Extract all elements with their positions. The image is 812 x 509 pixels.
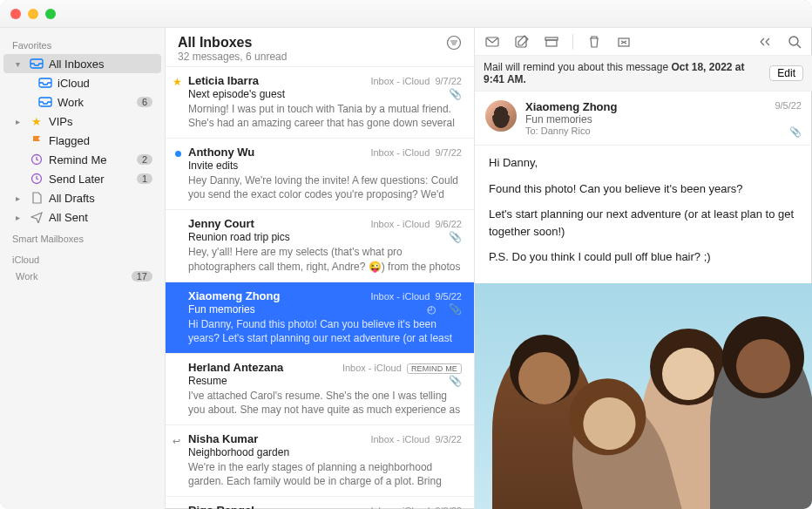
svg-rect-9 — [546, 40, 557, 46]
message-row-selected[interactable]: Xiaomeng Zhong Inbox - iCloud 9/5/22 Fun… — [166, 282, 474, 354]
sidebar-item-label: All Inboxes — [49, 58, 152, 71]
message-subject: Next episode's guest — [188, 88, 285, 100]
message-subject: Fun memories — [188, 303, 255, 316]
remind-me-badge: REMIND ME — [407, 363, 462, 374]
envelope-icon[interactable] — [484, 33, 501, 51]
message-sender: Xiaomeng Zhong — [188, 289, 280, 302]
count-badge: 1 — [137, 173, 152, 184]
archive-icon[interactable] — [543, 33, 560, 51]
sidebar-item-label: All Drafts — [49, 192, 152, 205]
clock-icon — [30, 172, 44, 186]
zoom-window-button[interactable] — [45, 9, 56, 19]
body-paragraph: Found this photo! Can you believe it's b… — [489, 180, 798, 198]
message-preview: Hi Danny, Found this photo! Can you beli… — [188, 317, 462, 344]
sidebar-item-label: Work — [58, 96, 132, 109]
sidebar-section-smart: Smart Mailboxes — [0, 227, 165, 248]
sidebar-item-flagged[interactable]: Flagged — [3, 131, 161, 150]
flag-icon — [30, 133, 44, 147]
message-sender: Jenny Court — [188, 217, 254, 230]
avatar — [485, 100, 517, 132]
sidebar-section-favorites: Favorites — [0, 33, 165, 54]
attached-photo[interactable] — [475, 283, 812, 510]
message-from: Xiaomeng Zhong — [525, 100, 766, 113]
attachment-icon: 📎 — [449, 88, 462, 100]
message-preview: We're in the early stages of planning a … — [188, 460, 462, 487]
message-date: 9/3/22 — [435, 434, 462, 445]
to-label: To: — [525, 126, 538, 136]
sidebar-section-icloud[interactable]: iCloud — [0, 248, 165, 268]
list-title: All Inboxes — [178, 35, 287, 51]
message-subject: Neighborhood garden — [188, 446, 289, 458]
sidebar-item-label: Remind Me — [49, 153, 132, 166]
sidebar-item-all-inboxes[interactable]: ▾ All Inboxes — [3, 54, 161, 73]
count-badge: 17 — [132, 271, 152, 282]
message-subject: Invite edits — [188, 159, 238, 172]
message-body: Hi Danny, Found this photo! Can you beli… — [475, 146, 812, 283]
more-icon[interactable] — [756, 33, 774, 51]
svg-point-11 — [789, 37, 798, 45]
message-subject: Resume — [188, 375, 227, 387]
message-row[interactable]: ↩ Nisha Kumar Inbox - iCloud 9/3/22 Neig… — [166, 425, 474, 497]
sidebar-item-inbox-icloud[interactable]: iCloud — [3, 73, 161, 92]
message-header: Xiaomeng Zhong Fun memories To: Danny Ri… — [475, 92, 812, 146]
sidebar-item-all-drafts[interactable]: ▸ All Drafts — [3, 188, 161, 207]
message-row[interactable]: Jenny Court Inbox - iCloud 9/6/22 Reunio… — [166, 210, 474, 282]
inbox-icon — [38, 95, 52, 109]
minimize-window-button[interactable] — [28, 9, 38, 19]
count-badge: 2 — [137, 154, 152, 165]
message-account: Inbox - iCloud — [342, 363, 402, 373]
attachment-icon: 📎 — [449, 231, 462, 243]
window-titlebar — [0, 0, 812, 28]
chevron-right-icon[interactable]: ▸ — [16, 193, 24, 203]
remind-banner: Mail will remind you about this message … — [475, 56, 812, 92]
message-account: Inbox - iCloud — [370, 291, 430, 302]
message-row[interactable]: Herland Antezana Inbox - iCloud REMIND M… — [166, 354, 474, 425]
message-account: Inbox - iCloud — [370, 506, 430, 509]
junk-icon[interactable] — [615, 33, 633, 51]
vip-star-icon: ★ — [173, 76, 182, 88]
sidebar-section-label: Work — [16, 271, 126, 282]
sidebar-item-label: VIPs — [49, 115, 152, 128]
sidebar-item-inbox-work[interactable]: Work 6 — [3, 92, 161, 112]
edit-button[interactable]: Edit — [769, 65, 803, 81]
star-icon: ★ — [30, 114, 44, 128]
unread-dot-icon — [175, 151, 181, 157]
close-window-button[interactable] — [10, 9, 21, 19]
message-subject: Fun memories — [525, 113, 766, 126]
sidebar-item-all-sent[interactable]: ▸ All Sent — [3, 207, 161, 227]
compose-icon[interactable] — [513, 33, 531, 51]
message-date: 9/7/22 — [435, 76, 462, 86]
message-date: 9/5/22 — [435, 291, 462, 302]
chevron-right-icon[interactable]: ▸ — [16, 117, 24, 126]
chevron-down-icon[interactable]: ▾ — [16, 59, 24, 69]
chevron-right-icon[interactable]: ▸ — [16, 213, 24, 222]
sidebar-section-work[interactable]: Work 17 — [3, 268, 161, 284]
message-row[interactable]: Anthony Wu Inbox - iCloud 9/7/22 Invite … — [166, 139, 474, 210]
message-date: 9/7/22 — [435, 147, 462, 158]
unread-count-badge: 6 — [137, 97, 152, 107]
document-icon — [30, 191, 44, 205]
message-row[interactable]: Rigo Rangel Inbox - iCloud 9/2/22 Park P… — [166, 497, 474, 509]
trash-icon[interactable] — [585, 33, 603, 51]
message-preview: Hey, y'all! Here are my selects (that's … — [188, 245, 462, 272]
message-sender: Nisha Kumar — [188, 432, 258, 445]
filter-button[interactable] — [446, 35, 462, 54]
sidebar-item-vips[interactable]: ▸ ★ VIPs — [3, 112, 161, 131]
message-date: 9/2/22 — [435, 506, 462, 509]
message-account: Inbox - iCloud — [370, 219, 430, 229]
sidebar-item-label: Flagged — [49, 134, 152, 147]
message-row[interactable]: ★ Leticia Ibarra Inbox - iCloud 9/7/22 N… — [166, 67, 474, 139]
sidebar-item-send-later[interactable]: Send Later 1 — [3, 169, 161, 188]
search-icon[interactable] — [786, 33, 803, 51]
message-date: 9/5/22 — [775, 100, 802, 111]
message-list-pane: All Inboxes 32 messages, 6 unread ★ Leti… — [166, 28, 475, 509]
sidebar-item-remind-me[interactable]: Remind Me 2 — [3, 150, 161, 169]
message-sender: Herland Antezana — [188, 361, 283, 374]
sidebar-item-label: iCloud — [58, 77, 152, 90]
body-paragraph: Let's start planning our next adventure … — [489, 206, 798, 240]
banner-text: Mail will remind you about this message — [484, 61, 671, 73]
message-reader-pane: Mail will remind you about this message … — [475, 28, 812, 509]
message-subject: Reunion road trip pics — [188, 231, 290, 243]
message-account: Inbox - iCloud — [370, 76, 430, 86]
message-sender: Leticia Ibarra — [188, 74, 259, 87]
